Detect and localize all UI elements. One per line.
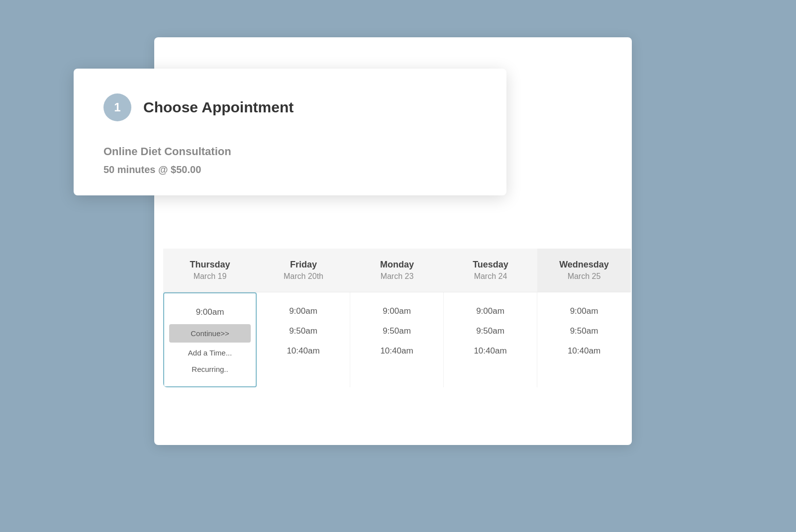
- step-title: Choose Appointment: [143, 99, 294, 116]
- day-headers: Thursday March 19 Friday March 20th Mond…: [163, 249, 631, 292]
- time-slot-fri-950[interactable]: 9:50am: [262, 321, 345, 341]
- time-slot-mon-900[interactable]: 9:00am: [355, 301, 438, 321]
- time-slot-tue-950[interactable]: 9:50am: [449, 321, 532, 341]
- time-slot-mon-950[interactable]: 9:50am: [355, 321, 438, 341]
- service-name: Online Diet Consultation: [103, 145, 477, 158]
- service-details: 50 minutes @ $50.00: [103, 164, 477, 176]
- recurring-link[interactable]: Recurring..: [169, 361, 251, 377]
- time-slot-tue-1040[interactable]: 10:40am: [449, 341, 532, 361]
- day-date-friday: March 20th: [262, 272, 345, 281]
- day-date-thursday: March 19: [168, 272, 252, 281]
- day-header-tuesday: Tuesday March 24: [444, 249, 537, 292]
- add-time-link[interactable]: Add a Time...: [169, 345, 251, 361]
- day-column-friday: 9:00am 9:50am 10:40am: [257, 292, 350, 387]
- day-name-thursday: Thursday: [168, 260, 252, 270]
- time-slot-fri-1040[interactable]: 10:40am: [262, 341, 345, 361]
- time-slot-wed-900[interactable]: 9:00am: [542, 301, 626, 321]
- day-name-friday: Friday: [262, 260, 345, 270]
- day-column-thursday: 9:00am Continue>> Add a Time... Recurrin…: [163, 292, 257, 387]
- time-slot-thu-900[interactable]: 9:00am: [169, 302, 251, 322]
- day-name-wednesday: Wednesday: [542, 260, 626, 270]
- day-header-friday: Friday March 20th: [257, 249, 350, 292]
- day-name-monday: Monday: [355, 260, 439, 270]
- continue-button[interactable]: Continue>>: [169, 324, 251, 343]
- day-date-tuesday: March 24: [449, 272, 532, 281]
- step-number: 1: [114, 100, 120, 114]
- day-name-tuesday: Tuesday: [449, 260, 532, 270]
- day-header-wednesday: Wednesday March 25: [537, 249, 631, 292]
- day-header-thursday: Thursday March 19: [163, 249, 257, 292]
- step-header: 1 Choose Appointment: [103, 93, 477, 121]
- time-slot-mon-1040[interactable]: 10:40am: [355, 341, 438, 361]
- day-column-wednesday: 9:00am 9:50am 10:40am: [537, 292, 631, 387]
- day-column-tuesday: 9:00am 9:50am 10:40am: [444, 292, 537, 387]
- time-slot-wed-950[interactable]: 9:50am: [542, 321, 626, 341]
- time-slots-grid: 9:00am Continue>> Add a Time... Recurrin…: [163, 292, 631, 387]
- calendar-section: Thursday March 19 Friday March 20th Mond…: [163, 249, 631, 387]
- time-slot-tue-900[interactable]: 9:00am: [449, 301, 532, 321]
- day-date-monday: March 23: [355, 272, 439, 281]
- time-slot-wed-1040[interactable]: 10:40am: [542, 341, 626, 361]
- step-badge: 1: [103, 93, 131, 121]
- appointment-card: 1 Choose Appointment Online Diet Consult…: [74, 69, 506, 195]
- time-slot-fri-900[interactable]: 9:00am: [262, 301, 345, 321]
- day-header-monday: Monday March 23: [350, 249, 444, 292]
- day-column-monday: 9:00am 9:50am 10:40am: [350, 292, 444, 387]
- day-date-wednesday: March 25: [542, 272, 626, 281]
